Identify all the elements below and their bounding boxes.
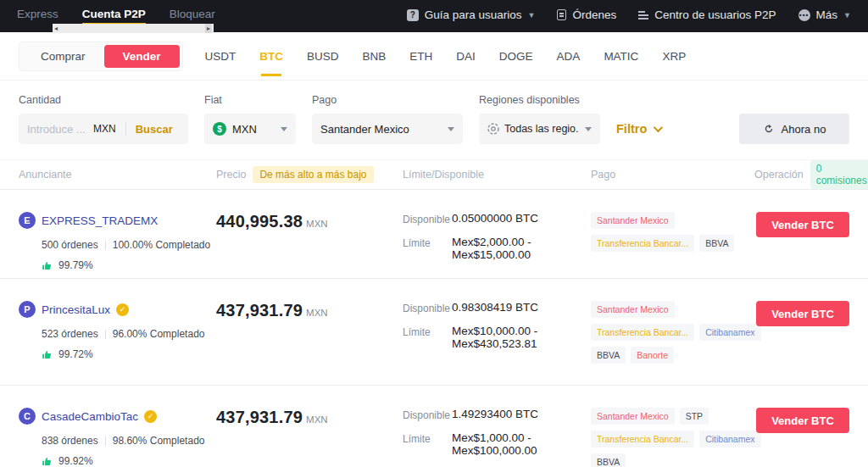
- coin-tab-doge[interactable]: DOGE: [499, 50, 533, 63]
- price-currency: MXN: [306, 219, 328, 229]
- limit-value: Mex$1,000.00 - Mex$100,000.00: [452, 431, 591, 457]
- regions-filter-group: Regiones disponibles Todas las regio...: [479, 94, 600, 144]
- refresh-button[interactable]: Ahora no: [739, 114, 849, 144]
- payment-badge: Transferencia Bancar...: [591, 235, 694, 252]
- payment-badge: Transferencia Bancar...: [591, 431, 694, 448]
- payment-badge: Citibanamex: [699, 324, 760, 341]
- amount-control: MXN Buscar: [19, 114, 188, 144]
- buy-toggle-button[interactable]: Comprar: [22, 45, 104, 68]
- refresh-icon: [763, 123, 775, 135]
- coin-tab-xrp[interactable]: XRP: [662, 50, 686, 63]
- advertiser-rating: 99.79%: [42, 259, 216, 271]
- operation-cell: Vender BTC: [754, 212, 849, 278]
- price-currency: MXN: [306, 414, 328, 425]
- operation-cell: Vender BTC: [754, 408, 849, 467]
- limit-value: Mex$10,000.00 - Mex$430,523.81: [452, 325, 591, 350]
- user-guide-menu[interactable]: ? Guía para usuarios ▼: [407, 8, 536, 21]
- filter-dropdown-button[interactable]: Filtro: [616, 114, 660, 144]
- price-value: 437,931.79: [216, 408, 303, 426]
- payment-badge: Santander Mexico: [591, 301, 675, 318]
- available-value: 1.49293400 BTC: [452, 408, 538, 421]
- market-subnav: Comprar Vender USDTBTCBUSDBNBETHDAIDOGEA…: [0, 32, 868, 81]
- more-menu[interactable]: ••• Más ▼: [798, 8, 851, 21]
- advertiser-stats: 523 órdenes 96.00% Completado: [42, 328, 216, 340]
- col-price: Precio De más alto a más bajo: [216, 166, 403, 183]
- payment-methods: Santander MexicoTransferencia Bancar...B…: [591, 212, 754, 278]
- coin-tab-busd[interactable]: BUSD: [307, 50, 339, 63]
- chevron-down-icon: [585, 127, 592, 131]
- completion-rate: 100.00% Completado: [113, 239, 210, 251]
- available-label: Disponible: [403, 212, 452, 225]
- completion-rate: 96.00% Completado: [113, 328, 205, 340]
- advertiser-cell: P PrincesitaLux ✓ 523 órdenes 96.00% Com…: [19, 301, 216, 385]
- price-cell: 437,931.79MXN: [216, 301, 403, 385]
- advertiser-rating: 99.92%: [42, 455, 216, 467]
- thumbs-up-icon: [42, 349, 53, 360]
- payment-filter-group: Pago Santander Mexico: [312, 94, 463, 144]
- user-center-link[interactable]: Centro de usuarios P2P: [638, 8, 776, 21]
- advertiser-name[interactable]: EXPRESS_TRADEMX: [42, 214, 158, 227]
- payment-label: Pago: [312, 94, 463, 106]
- advertiser-cell: C CasadeCambioTac ✓ 838 órdenes 98.60% C…: [19, 408, 216, 467]
- search-button[interactable]: Buscar: [136, 123, 173, 136]
- price-sort-badge[interactable]: De más alto a más bajo: [253, 166, 373, 183]
- fiat-select[interactable]: $ MXN: [204, 114, 296, 144]
- orders-link[interactable]: Órdenes: [557, 8, 616, 21]
- payment-badge: BBVA: [591, 453, 626, 467]
- limit-label: Límite: [403, 431, 452, 457]
- horizontal-scrollbar[interactable]: ◂ ▸: [53, 24, 214, 33]
- table-header: Anunciante Precio De más alto a más bajo…: [0, 160, 868, 190]
- scroll-right-arrow-icon[interactable]: ▸: [205, 24, 212, 33]
- coin-tab-btc[interactable]: BTC: [259, 50, 283, 63]
- users-icon: [638, 11, 648, 19]
- sell-btc-button[interactable]: Vender BTC: [756, 301, 849, 326]
- verified-badge-icon: ✓: [144, 410, 157, 423]
- rating-percent: 99.79%: [58, 259, 93, 271]
- verified-badge-icon: ✓: [116, 303, 129, 316]
- limit-value: Mex$2,000.00 - Mex$15,000.00: [452, 236, 591, 261]
- coin-tab-dai[interactable]: DAI: [456, 50, 476, 63]
- coin-tab-matic[interactable]: MATIC: [604, 50, 638, 63]
- rating-percent: 99.72%: [58, 348, 93, 360]
- payment-select[interactable]: Santander Mexico: [312, 114, 463, 144]
- orders-count: 838 órdenes: [42, 435, 98, 447]
- top-nav-links: ? Guía para usuarios ▼ Órdenes Centro de…: [407, 0, 851, 21]
- user-guide-label: Guía para usuarios: [425, 8, 522, 21]
- sell-btc-button[interactable]: Vender BTC: [756, 212, 849, 237]
- operation-cell: Vender BTC: [754, 301, 849, 385]
- coin-tab-ada[interactable]: ADA: [557, 50, 581, 63]
- price-cell: 440,995.38MXN: [216, 212, 403, 278]
- filter-label: Filtro: [616, 122, 647, 136]
- offers-list: E EXPRESS_TRADEMX ✓ 500 órdenes 100.00% …: [0, 190, 868, 467]
- limit-label: Límite: [403, 236, 452, 261]
- p2p-page: Express Cuenta P2P Bloquear ? Guía para …: [0, 0, 868, 467]
- advertiser-stats: 500 órdenes 100.00% Completado: [42, 239, 216, 251]
- amount-label: Cantidad: [19, 94, 188, 106]
- advertiser-cell: E EXPRESS_TRADEMX ✓ 500 órdenes 100.00% …: [19, 212, 216, 278]
- fiat-label: Fiat: [204, 94, 296, 106]
- avatar: C: [19, 408, 36, 425]
- fiat-value: MXN: [232, 123, 257, 136]
- sell-btc-button[interactable]: Vender BTC: [756, 408, 849, 433]
- coin-tab-bnb[interactable]: BNB: [363, 50, 387, 63]
- fiat-filter-group: Fiat $ MXN: [204, 94, 296, 144]
- completion-rate: 98.60% Completado: [113, 435, 205, 447]
- scroll-left-arrow-icon[interactable]: ◂: [54, 25, 58, 32]
- col-payment: Pago: [591, 169, 754, 181]
- advertiser-name[interactable]: PrincesitaLux: [42, 303, 110, 316]
- chevron-down-icon: [448, 127, 454, 131]
- avatar: E: [19, 212, 36, 229]
- avatar: P: [19, 301, 36, 318]
- coin-tab-eth[interactable]: ETH: [409, 50, 432, 63]
- ellipsis-icon: •••: [798, 9, 810, 21]
- sell-toggle-button[interactable]: Vender: [104, 45, 180, 68]
- amount-input[interactable]: [27, 123, 93, 136]
- offer-row: C CasadeCambioTac ✓ 838 órdenes 98.60% C…: [0, 386, 868, 467]
- coin-tab-usdt[interactable]: USDT: [205, 50, 236, 63]
- regions-select[interactable]: Todas las regio...: [479, 114, 600, 144]
- limit-cell: Disponible 1.49293400 BTC Límite Mex$1,0…: [403, 408, 591, 467]
- orders-icon: [557, 9, 566, 20]
- payment-badge: STP: [680, 408, 709, 425]
- price-value: 437,931.79: [216, 301, 303, 320]
- advertiser-name[interactable]: CasadeCambioTac: [42, 410, 138, 423]
